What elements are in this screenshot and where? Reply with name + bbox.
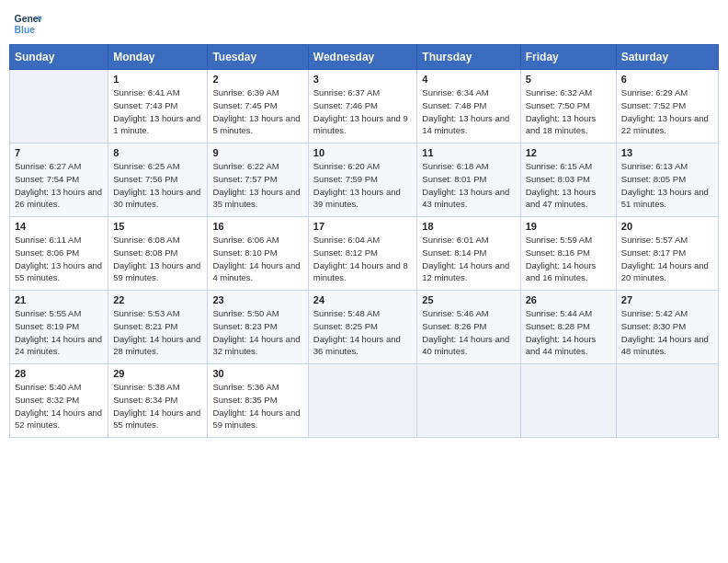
day-number: 20 xyxy=(621,221,713,232)
day-number: 12 xyxy=(526,147,611,158)
header-cell-sunday: Sunday xyxy=(10,45,108,70)
day-cell: 18Sunrise: 6:01 AMSunset: 8:14 PMDayligh… xyxy=(417,217,520,291)
week-row-5: 28Sunrise: 5:40 AMSunset: 8:32 PMDayligh… xyxy=(10,364,719,438)
day-number: 15 xyxy=(113,221,202,232)
day-number: 3 xyxy=(313,74,413,85)
day-cell: 4Sunrise: 6:34 AMSunset: 7:48 PMDaylight… xyxy=(417,70,520,144)
svg-text:Blue: Blue xyxy=(15,25,36,35)
day-number: 21 xyxy=(15,294,103,305)
day-number: 30 xyxy=(212,368,302,379)
calendar-header: SundayMondayTuesdayWednesdayThursdayFrid… xyxy=(10,45,719,70)
header-cell-monday: Monday xyxy=(108,45,208,70)
day-detail: Sunrise: 5:55 AMSunset: 8:19 PMDaylight:… xyxy=(15,307,103,358)
day-cell: 17Sunrise: 6:04 AMSunset: 8:12 PMDayligh… xyxy=(308,217,417,291)
day-number: 14 xyxy=(15,221,103,232)
day-cell: 19Sunrise: 5:59 AMSunset: 8:16 PMDayligh… xyxy=(520,217,616,291)
day-cell: 29Sunrise: 5:38 AMSunset: 8:34 PMDayligh… xyxy=(108,364,208,438)
day-cell: 28Sunrise: 5:40 AMSunset: 8:32 PMDayligh… xyxy=(10,364,108,438)
day-cell: 1Sunrise: 6:41 AMSunset: 7:43 PMDaylight… xyxy=(108,70,208,144)
day-detail: Sunrise: 5:40 AMSunset: 8:32 PMDaylight:… xyxy=(15,381,103,431)
day-number: 28 xyxy=(15,368,103,379)
day-number: 10 xyxy=(313,147,413,158)
day-number: 23 xyxy=(212,294,302,305)
day-cell: 26Sunrise: 5:44 AMSunset: 8:28 PMDayligh… xyxy=(520,291,616,364)
header-cell-friday: Friday xyxy=(520,45,616,70)
day-cell: 14Sunrise: 6:11 AMSunset: 8:06 PMDayligh… xyxy=(10,217,108,291)
day-cell: 6Sunrise: 6:29 AMSunset: 7:52 PMDaylight… xyxy=(616,70,718,144)
week-row-1: 1Sunrise: 6:41 AMSunset: 7:43 PMDaylight… xyxy=(10,70,719,144)
day-number: 24 xyxy=(313,294,413,305)
header-cell-thursday: Thursday xyxy=(417,45,520,70)
day-detail: Sunrise: 5:44 AMSunset: 8:28 PMDaylight:… xyxy=(526,307,611,358)
day-number: 13 xyxy=(621,147,713,158)
day-detail: Sunrise: 6:22 AMSunset: 7:57 PMDaylight:… xyxy=(212,160,302,211)
day-cell xyxy=(520,364,616,438)
day-detail: Sunrise: 6:18 AMSunset: 8:01 PMDaylight:… xyxy=(422,160,515,211)
day-cell: 7Sunrise: 6:27 AMSunset: 7:54 PMDaylight… xyxy=(10,144,108,217)
day-number: 4 xyxy=(422,74,515,85)
day-cell: 30Sunrise: 5:36 AMSunset: 8:35 PMDayligh… xyxy=(208,364,308,438)
day-number: 7 xyxy=(15,147,103,158)
day-cell: 16Sunrise: 6:06 AMSunset: 8:10 PMDayligh… xyxy=(208,217,308,291)
day-detail: Sunrise: 6:04 AMSunset: 8:12 PMDaylight:… xyxy=(313,234,413,284)
day-cell: 15Sunrise: 6:08 AMSunset: 8:08 PMDayligh… xyxy=(108,217,208,291)
day-number: 5 xyxy=(526,74,611,85)
header-cell-saturday: Saturday xyxy=(616,45,718,70)
day-cell: 9Sunrise: 6:22 AMSunset: 7:57 PMDaylight… xyxy=(208,144,308,217)
day-detail: Sunrise: 5:46 AMSunset: 8:26 PMDaylight:… xyxy=(422,307,515,358)
calendar-body: 1Sunrise: 6:41 AMSunset: 7:43 PMDaylight… xyxy=(10,70,719,438)
day-cell: 8Sunrise: 6:25 AMSunset: 7:56 PMDaylight… xyxy=(108,144,208,217)
calendar-table: SundayMondayTuesdayWednesdayThursdayFrid… xyxy=(9,44,719,438)
day-detail: Sunrise: 6:41 AMSunset: 7:43 PMDaylight:… xyxy=(113,86,202,137)
day-cell xyxy=(616,364,718,438)
day-number: 16 xyxy=(212,221,302,232)
day-detail: Sunrise: 6:29 AMSunset: 7:52 PMDaylight:… xyxy=(621,86,713,137)
day-cell: 13Sunrise: 6:13 AMSunset: 8:05 PMDayligh… xyxy=(616,144,718,217)
day-cell: 21Sunrise: 5:55 AMSunset: 8:19 PMDayligh… xyxy=(10,291,108,364)
day-detail: Sunrise: 6:20 AMSunset: 7:59 PMDaylight:… xyxy=(313,160,413,211)
day-number: 6 xyxy=(621,74,713,85)
day-cell: 10Sunrise: 6:20 AMSunset: 7:59 PMDayligh… xyxy=(308,144,417,217)
day-number: 27 xyxy=(621,294,713,305)
day-cell: 27Sunrise: 5:42 AMSunset: 8:30 PMDayligh… xyxy=(616,291,718,364)
day-detail: Sunrise: 6:27 AMSunset: 7:54 PMDaylight:… xyxy=(15,160,103,211)
day-number: 18 xyxy=(422,221,515,232)
day-detail: Sunrise: 6:34 AMSunset: 7:48 PMDaylight:… xyxy=(422,86,515,137)
day-detail: Sunrise: 6:08 AMSunset: 8:08 PMDaylight:… xyxy=(113,234,202,284)
day-detail: Sunrise: 6:39 AMSunset: 7:45 PMDaylight:… xyxy=(212,86,302,137)
day-detail: Sunrise: 5:38 AMSunset: 8:34 PMDaylight:… xyxy=(113,381,202,431)
day-cell: 11Sunrise: 6:18 AMSunset: 8:01 PMDayligh… xyxy=(417,144,520,217)
day-cell xyxy=(417,364,520,438)
day-cell: 20Sunrise: 5:57 AMSunset: 8:17 PMDayligh… xyxy=(616,217,718,291)
day-number: 26 xyxy=(526,294,611,305)
day-detail: Sunrise: 5:48 AMSunset: 8:25 PMDaylight:… xyxy=(313,307,413,358)
logo-icon: General Blue xyxy=(13,9,42,39)
week-row-2: 7Sunrise: 6:27 AMSunset: 7:54 PMDaylight… xyxy=(10,144,719,217)
page-header: General Blue xyxy=(9,9,719,39)
day-number: 8 xyxy=(113,147,202,158)
day-detail: Sunrise: 6:11 AMSunset: 8:06 PMDaylight:… xyxy=(15,234,103,284)
day-detail: Sunrise: 6:06 AMSunset: 8:10 PMDaylight:… xyxy=(212,234,302,284)
day-number: 19 xyxy=(526,221,611,232)
day-number: 11 xyxy=(422,147,515,158)
week-row-4: 21Sunrise: 5:55 AMSunset: 8:19 PMDayligh… xyxy=(10,291,719,364)
day-detail: Sunrise: 6:25 AMSunset: 7:56 PMDaylight:… xyxy=(113,160,202,211)
day-cell: 25Sunrise: 5:46 AMSunset: 8:26 PMDayligh… xyxy=(417,291,520,364)
day-cell: 5Sunrise: 6:32 AMSunset: 7:50 PMDaylight… xyxy=(520,70,616,144)
day-detail: Sunrise: 5:50 AMSunset: 8:23 PMDaylight:… xyxy=(212,307,302,358)
header-cell-wednesday: Wednesday xyxy=(308,45,417,70)
day-number: 25 xyxy=(422,294,515,305)
day-cell xyxy=(308,364,417,438)
header-cell-tuesday: Tuesday xyxy=(208,45,308,70)
day-number: 9 xyxy=(212,147,302,158)
day-cell: 3Sunrise: 6:37 AMSunset: 7:46 PMDaylight… xyxy=(308,70,417,144)
day-detail: Sunrise: 6:13 AMSunset: 8:05 PMDaylight:… xyxy=(621,160,713,211)
day-cell xyxy=(10,70,108,144)
day-detail: Sunrise: 5:36 AMSunset: 8:35 PMDaylight:… xyxy=(212,381,302,431)
day-detail: Sunrise: 6:37 AMSunset: 7:46 PMDaylight:… xyxy=(313,86,413,137)
day-number: 1 xyxy=(113,74,202,85)
day-cell: 23Sunrise: 5:50 AMSunset: 8:23 PMDayligh… xyxy=(208,291,308,364)
day-detail: Sunrise: 5:57 AMSunset: 8:17 PMDaylight:… xyxy=(621,234,713,284)
day-detail: Sunrise: 5:42 AMSunset: 8:30 PMDaylight:… xyxy=(621,307,713,358)
day-cell: 24Sunrise: 5:48 AMSunset: 8:25 PMDayligh… xyxy=(308,291,417,364)
